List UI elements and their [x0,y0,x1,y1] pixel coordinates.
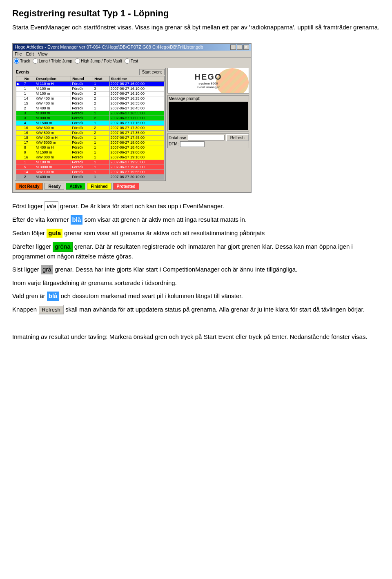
row-desc: M 000 m [35,111,71,116]
row-time: 2007-06-27 16:35:00 [109,101,165,106]
row-round: Försök [71,81,93,86]
row-no: 7 [23,81,35,86]
row-no: 1 [23,160,35,165]
row-round: Försök [71,116,93,120]
row-arrow: ▶ [16,81,23,86]
row-no: 3 [23,111,35,116]
dtm-input[interactable] [180,141,205,147]
table-row[interactable]: 8M 400 m HFörsök12007-06-27 18:40:00 [16,145,165,150]
row-desc: M 1500 m [35,150,71,155]
table-row[interactable]: 1M 100 mFörsök12007-06-27 19:25:00 [16,160,165,165]
radio-track[interactable]: Track [14,58,30,64]
table-row[interactable]: 17K/W 5000 mFörsök12007-06-27 18:00:00 [16,140,165,145]
row-desc: K/W 800 m [35,130,71,135]
events-panel: Events Start event No Description Round … [15,68,166,191]
table-row[interactable]: 3M 000 mFörsök22007-06-27 17:00:00 [16,116,165,120]
col-no: No [23,76,35,81]
table-row[interactable]: 4M 1500 mFörsök12007-06-27 17:15:00 [16,120,165,125]
row-heat: 2 [93,96,109,101]
database-input[interactable] [188,135,225,140]
row-no: 16 [23,130,35,135]
table-row[interactable]: 18K/W 400 m HFörsök12007-06-27 17:45:00 [16,135,165,140]
refresh-button[interactable]: Refresh [226,134,249,141]
row-desc: M 100 m [35,160,71,165]
menu-file[interactable]: File [15,51,22,56]
table-header-row: No Description Round Heat Starttime [16,76,165,81]
row-arrow [16,101,23,106]
row-desc: K/W 5000 m [35,140,71,145]
row-desc: M 100 m [35,91,71,96]
row-time: 2007-06-27 20:10:00 [109,174,165,179]
close-button[interactable]: ✕ [243,45,249,50]
row-desc: K/W 800 m [35,125,71,130]
row-desc: M 110 m H [35,81,71,86]
table-row[interactable]: ▶7M 110 m HFörsök12007-06-27 16:00:00 [16,81,165,86]
row-desc: M 400 m [35,174,71,179]
row-time: 2007-06-27 19:40:00 [109,165,165,169]
row-time: 2007-06-27 16:10:00 [109,91,165,96]
row-round: Försök [71,130,93,135]
row-time: 2007-06-27 17:15:00 [109,120,165,125]
row-no: 9 [23,150,35,155]
radio-long-jump[interactable]: Long / Triple Jump [33,58,72,64]
row-desc: K/W 100 m [35,169,71,174]
row-round: Försök [71,160,93,165]
menu-bar[interactable]: File Edit View [13,51,251,58]
row-round: Försök [71,135,93,140]
row-round: Försök [71,120,93,125]
row-no: 5 [23,165,35,169]
table-row[interactable]: 16K/W 800 mFörsök22007-06-27 17:35:00 [16,130,165,135]
row-no: 2 [23,106,35,111]
row-round: Försök [71,155,93,160]
table-row[interactable]: 14K/W 100 mFörsök12007-06-27 19:55:00 [16,169,165,174]
highlight-gröna: gröna [53,242,72,252]
titlebar-buttons[interactable]: _ □ ✕ [230,45,249,50]
menu-edit[interactable]: Edit [26,51,34,56]
minimize-button[interactable]: _ [230,45,236,50]
menu-view[interactable]: View [38,51,48,56]
row-desc: M 3000 m [35,165,71,169]
status-protested-button[interactable]: Protested [113,183,139,190]
table-row[interactable]: 16K/W 000 mFörsök12007-06-27 19:10:00 [16,155,165,160]
table-row[interactable]: 16K/W 800 mFörsök22007-06-27 17:30:00 [16,125,165,130]
table-row[interactable]: 1M 100 mFörsök22007-06-27 16:10:00 [16,91,165,96]
col-arrow [16,76,23,81]
row-arrow [16,116,23,120]
row-no: 2 [23,174,35,179]
maximize-button[interactable]: □ [237,45,243,50]
row-arrow [16,91,23,96]
table-row[interactable]: 9M 1500 mFörsök12007-06-27 19:00:00 [16,150,165,155]
window-title: Hego Athletics - Event Manager ver 07-06… [15,45,203,49]
status-finished-button[interactable]: Finished [87,183,111,190]
col-heat: Heat [93,76,109,81]
row-heat: 2 [93,116,109,120]
status-notready-button[interactable]: Not Ready [16,183,43,190]
table-row[interactable]: 5M 3000 mFörsök12007-06-27 19:40:00 [16,165,165,169]
dtm-label: DTM: [169,142,178,146]
row-time: 2007-06-27 17:35:00 [109,130,165,135]
radio-row[interactable]: Track Long / Triple Jump High Jump / Pol… [13,58,251,65]
status-ready-button[interactable]: Ready [45,183,64,190]
database-label: Database [169,136,186,140]
row-time: 2007-06-27 17:45:00 [109,135,165,140]
table-row[interactable]: 2M 400 mFörsök12007-06-27 16:45:00 [16,106,165,111]
row-time: 2007-06-27 17:30:00 [109,125,165,130]
table-row[interactable]: 1M 100 mFörsök32007-06-27 16:10:00 [16,86,165,91]
radio-high-jump[interactable]: High Jump / Pole Vault [75,58,122,64]
table-row[interactable]: 14K/W 400 mFörsök22007-06-27 16:25:00 [16,96,165,101]
row-heat: 2 [93,101,109,106]
radio-test[interactable]: Test [125,58,138,64]
window-content: Events Start event No Description Round … [13,66,251,192]
row-time: 2007-06-27 19:25:00 [109,160,165,165]
row-arrow [16,150,23,155]
row-heat: 1 [93,155,109,160]
start-event-button[interactable]: Start event [139,69,165,75]
database-panel: Database Refresh DTM: [167,133,249,148]
table-row[interactable]: 15K/W 400 mFörsök22007-06-27 16:35:00 [16,101,165,106]
hego-sub1: system 8000 [172,82,245,85]
table-row[interactable]: 2M 400 mFörsök12007-06-27 20:10:00 [16,174,165,179]
status-active-button[interactable]: Active [66,183,85,190]
col-round: Round [71,76,93,81]
table-row[interactable]: 3M 000 mFörsök12007-06-27 16:55:00 [16,111,165,116]
row-no: 3 [23,116,35,120]
